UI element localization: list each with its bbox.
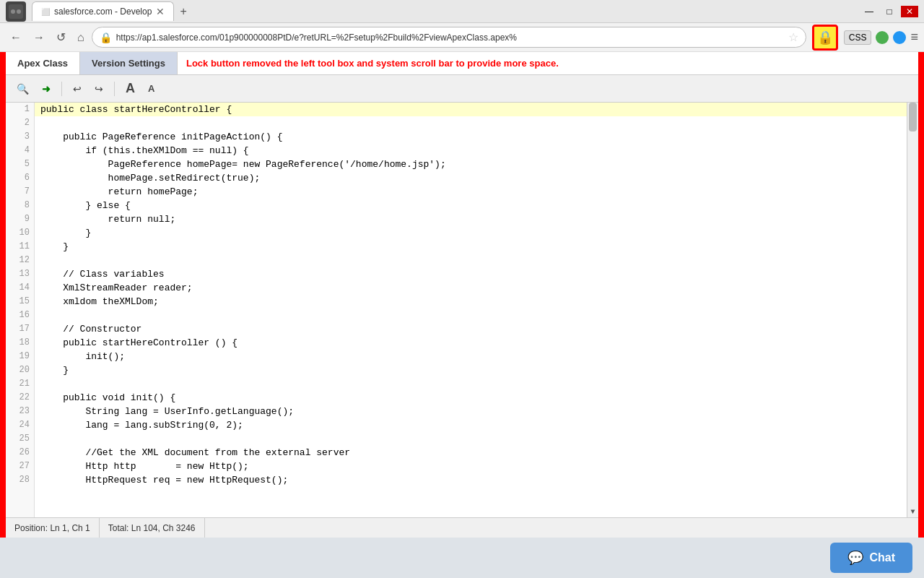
line-number: 25 xyxy=(6,432,34,446)
line-number: 20 xyxy=(6,363,34,377)
code-line xyxy=(35,309,907,322)
line-number: 2 xyxy=(6,116,34,130)
status-bar: Position: Ln 1, Ch 1 Total: Ln 104, Ch 3… xyxy=(6,517,918,538)
line-number: 26 xyxy=(6,446,34,460)
line-number: 7 xyxy=(6,185,34,199)
code-line: Http http = new Http(); xyxy=(35,460,907,473)
position-label: Position: xyxy=(14,523,48,533)
refresh-button[interactable]: ↺ xyxy=(52,27,70,47)
code-content[interactable]: public class startHereController { publi… xyxy=(35,103,907,517)
code-line: if (this.theXMlDom == null) { xyxy=(35,144,907,158)
redo-button[interactable]: ↪ xyxy=(90,80,108,98)
minimize-button[interactable]: — xyxy=(860,6,878,17)
line-number: 10 xyxy=(6,226,34,240)
menu-icon[interactable]: ≡ xyxy=(910,30,918,45)
title-bar: ⬜ salesforce.com - Develop ✕ + — □ ✕ xyxy=(0,0,924,23)
line-number: 28 xyxy=(6,473,34,487)
code-line: init(); xyxy=(35,350,907,363)
line-number: 27 xyxy=(6,460,34,473)
bottom-bar: 💬 Chat xyxy=(0,538,924,578)
code-line: lang = lang.subString(0, 2); xyxy=(35,418,907,432)
window-controls: — □ ✕ xyxy=(860,6,918,17)
line-number: 18 xyxy=(6,336,34,350)
line-number: 1 xyxy=(6,103,34,116)
code-line: } xyxy=(35,240,907,254)
tab-favicon: ⬜ xyxy=(41,8,50,16)
code-line: XmlStreamReader reader; xyxy=(35,281,907,295)
toolbar-separator-1 xyxy=(61,82,62,96)
svg-point-1 xyxy=(11,9,15,14)
scroll-thumb[interactable] xyxy=(909,103,917,131)
code-line: //Get the XML document from the external… xyxy=(35,446,907,460)
line-number: 6 xyxy=(6,171,34,185)
line-number: 12 xyxy=(6,254,34,267)
total-status: Total: Ln 104, Ch 3246 xyxy=(100,518,205,538)
code-line: } xyxy=(35,226,907,240)
code-line xyxy=(35,377,907,391)
tab-close-button[interactable]: ✕ xyxy=(156,6,165,17)
address-bar-container: 🔒 ☆ xyxy=(92,27,806,48)
position-value: Ln 1, Ch 1 xyxy=(50,523,90,533)
editor-toolbar: 🔍 ➜ ↩ ↪ A A xyxy=(6,75,918,103)
close-button[interactable]: ✕ xyxy=(901,6,918,17)
chat-button[interactable]: 💬 Chat xyxy=(830,543,912,573)
code-line xyxy=(35,254,907,267)
font-increase-button[interactable]: A xyxy=(121,78,140,99)
back-button[interactable]: ← xyxy=(6,28,26,47)
code-line: xmldom theXMLDom; xyxy=(35,295,907,309)
apex-class-tab[interactable]: Apex Class xyxy=(6,52,80,74)
address-input[interactable] xyxy=(116,33,784,43)
code-line: // Class variables xyxy=(35,267,907,281)
browser-window: ⬜ salesforce.com - Develop ✕ + — □ ✕ ← →… xyxy=(0,0,924,578)
chat-icon: 💬 xyxy=(847,550,863,566)
line-number: 3 xyxy=(6,130,34,144)
code-line xyxy=(35,116,907,130)
code-line: PageReference homePage= new PageReferenc… xyxy=(35,158,907,171)
line-number: 5 xyxy=(6,158,34,171)
search-button[interactable]: 🔍 xyxy=(12,80,34,98)
line-number: 21 xyxy=(6,377,34,391)
code-line: String lang = UserInfo.getLanguage(); xyxy=(35,405,907,418)
forward-button[interactable]: → xyxy=(29,28,49,47)
maximize-button[interactable]: □ xyxy=(881,6,898,17)
line-number: 19 xyxy=(6,350,34,363)
line-number: 24 xyxy=(6,418,34,432)
star-icon[interactable]: ☆ xyxy=(788,30,798,44)
line-number: 11 xyxy=(6,240,34,254)
line-number: 13 xyxy=(6,267,34,281)
code-line: return homePage; xyxy=(35,185,907,199)
undo-button[interactable]: ↩ xyxy=(68,80,87,98)
line-number: 15 xyxy=(6,295,34,309)
info-banner: Lock button removed the left tool box an… xyxy=(178,52,918,74)
browser-tab[interactable]: ⬜ salesforce.com - Develop ✕ xyxy=(32,1,174,21)
code-line: return null; xyxy=(35,212,907,226)
next-button[interactable]: ➜ xyxy=(37,80,56,98)
vertical-scrollbar[interactable]: ▲ ▼ xyxy=(907,103,918,517)
tabs-row: Apex Class Version Settings Lock button … xyxy=(6,52,918,75)
version-settings-tab[interactable]: Version Settings xyxy=(80,52,178,74)
tab-title: salesforce.com - Develop xyxy=(54,7,152,17)
code-line xyxy=(35,432,907,446)
css-button[interactable]: CSS xyxy=(844,30,872,45)
code-line: public PageReference initPageAction() { xyxy=(35,130,907,144)
line-number: 22 xyxy=(6,391,34,405)
code-line: } else { xyxy=(35,199,907,212)
new-tab-button[interactable]: + xyxy=(174,2,192,21)
blue-circle-icon xyxy=(893,31,906,44)
line-number: 14 xyxy=(6,281,34,295)
line-numbers: 1234567891011121314151617181920212223242… xyxy=(6,103,35,517)
line-number: 4 xyxy=(6,144,34,158)
font-decrease-button[interactable]: A xyxy=(143,80,160,97)
line-number: 23 xyxy=(6,405,34,418)
secure-icon: 🔒 xyxy=(100,32,112,43)
green-circle-icon xyxy=(876,31,889,44)
nav-extras: CSS ≡ xyxy=(844,30,918,45)
code-line: HttpRequest req = new HttpRequest(); xyxy=(35,473,907,487)
code-line: public class startHereController { xyxy=(35,103,907,116)
total-label: Total: xyxy=(108,523,129,533)
line-number: 17 xyxy=(6,322,34,336)
scroll-down-arrow[interactable]: ▼ xyxy=(907,506,918,517)
lock-highlighted-button[interactable]: 🔒 xyxy=(812,25,838,51)
chat-label: Chat xyxy=(869,551,895,564)
home-button[interactable]: ⌂ xyxy=(73,28,89,47)
